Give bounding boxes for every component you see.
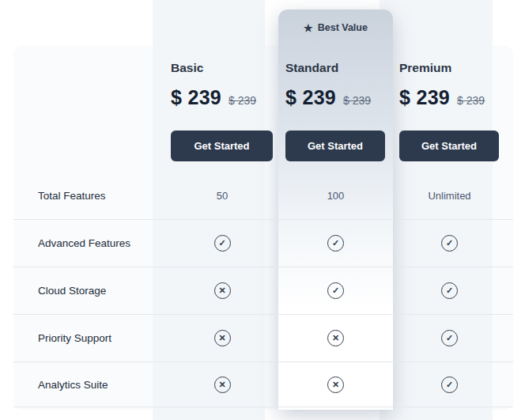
- feature-value-standard: 100: [327, 190, 345, 202]
- x-circle-icon: ✕: [214, 282, 231, 299]
- x-circle-icon: ✕: [214, 376, 231, 393]
- check-circle-icon: ✓: [327, 282, 344, 299]
- price-basic: $ 239: [171, 86, 221, 109]
- feature-row-total-features: Total Features 50 100 Unlimited: [13, 172, 513, 219]
- tier-column-premium: Premium $ 239 $ 239 Get Started: [399, 46, 499, 172]
- star-icon: ★: [304, 23, 313, 33]
- price-standard: $ 239: [285, 86, 336, 109]
- price-line-basic: $ 239 $ 239: [171, 86, 273, 109]
- feature-row-analytics-suite: Analytics Suite ✕ ✕ ✓: [13, 361, 513, 407]
- price-premium: $ 239: [399, 86, 450, 109]
- check-circle-icon: ✓: [441, 376, 458, 393]
- check-circle-icon: ✓: [441, 282, 458, 299]
- pricing-table: ★ Best Value Basic $ 239 $ 239 Get Start…: [0, 0, 525, 420]
- feature-label: Cloud Storage: [13, 285, 166, 297]
- tier-name-basic: Basic: [171, 61, 273, 75]
- feature-label: Total Features: [13, 190, 166, 202]
- feature-label: Analytics Suite: [13, 379, 166, 391]
- feature-label: Priority Support: [13, 332, 166, 344]
- check-circle-icon: ✓: [441, 235, 458, 252]
- feature-row-priority-support: Priority Support ✕ ✕ ✓: [13, 314, 513, 361]
- tier-name-standard: Standard: [285, 61, 385, 75]
- tier-column-standard: Standard $ 239 $ 239 Get Started: [285, 46, 385, 172]
- card-bottom-divider: [13, 407, 513, 407]
- original-price-standard: $ 239: [343, 94, 371, 107]
- check-circle-icon: ✓: [441, 330, 458, 346]
- get-started-button-premium[interactable]: Get Started: [399, 131, 499, 161]
- feature-label: Advanced Features: [13, 237, 166, 249]
- x-circle-icon: ✕: [327, 376, 344, 393]
- feature-value-basic: 50: [217, 190, 228, 202]
- original-price-premium: $ 239: [457, 94, 485, 107]
- get-started-button-standard[interactable]: Get Started: [285, 131, 385, 161]
- original-price-basic: $ 239: [229, 94, 256, 107]
- best-value-badge: ★ Best Value: [278, 22, 393, 33]
- feature-value-premium: Unlimited: [428, 190, 470, 202]
- x-circle-icon: ✕: [327, 330, 344, 346]
- feature-row-advanced-features: Advanced Features ✓ ✓ ✓: [13, 219, 513, 267]
- feature-row-cloud-storage: Cloud Storage ✕ ✓ ✓: [13, 267, 513, 314]
- tier-column-basic: Basic $ 239 $ 239 Get Started: [171, 46, 273, 172]
- x-circle-icon: ✕: [214, 330, 231, 346]
- check-circle-icon: ✓: [214, 235, 231, 252]
- best-value-label: Best Value: [318, 22, 368, 33]
- check-circle-icon: ✓: [327, 235, 344, 252]
- price-line-premium: $ 239 $ 239: [399, 86, 499, 109]
- tier-name-premium: Premium: [399, 61, 499, 75]
- get-started-button-basic[interactable]: Get Started: [171, 131, 273, 161]
- price-line-standard: $ 239 $ 239: [285, 86, 385, 109]
